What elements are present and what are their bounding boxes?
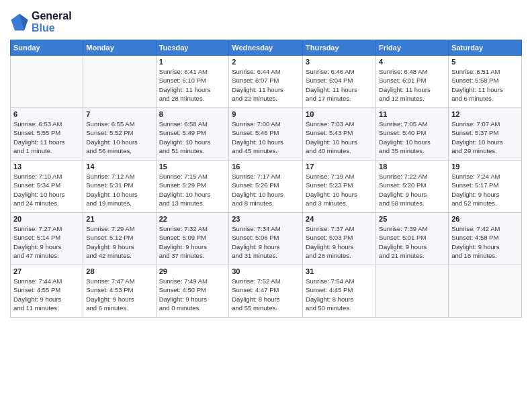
day-number: 6: [13, 110, 80, 118]
day-number: 2: [232, 58, 300, 66]
calendar-cell: 21Sunrise: 7:29 AMSunset: 5:12 PMDayligh…: [83, 213, 156, 265]
day-of-week-header: Sunday: [11, 40, 83, 56]
day-info: Sunrise: 7:32 AMSunset: 5:09 PMDaylight:…: [159, 224, 226, 260]
day-number: 31: [306, 267, 373, 275]
day-info: Sunrise: 7:34 AMSunset: 5:06 PMDaylight:…: [232, 224, 300, 260]
day-number: 29: [159, 267, 226, 275]
day-of-week-header: Thursday: [303, 40, 376, 56]
day-number: 1: [159, 58, 226, 66]
day-number: 26: [451, 215, 519, 223]
header: General Blue: [10, 7, 522, 34]
day-info: Sunrise: 7:22 AMSunset: 5:20 PMDaylight:…: [379, 172, 445, 208]
calendar-cell: 26Sunrise: 7:42 AMSunset: 4:58 PMDayligh…: [449, 213, 522, 265]
day-info: Sunrise: 7:07 AMSunset: 5:37 PMDaylight:…: [451, 120, 519, 155]
calendar-cell: 13Sunrise: 7:10 AMSunset: 5:34 PMDayligh…: [11, 161, 83, 213]
calendar-cell: 1Sunrise: 6:41 AMSunset: 6:10 PMDaylight…: [156, 56, 229, 108]
day-number: 28: [86, 267, 152, 275]
day-info: Sunrise: 6:58 AMSunset: 5:49 PMDaylight:…: [159, 120, 226, 155]
day-info: Sunrise: 7:24 AMSunset: 5:17 PMDaylight:…: [451, 172, 519, 208]
calendar-cell: 31Sunrise: 7:54 AMSunset: 4:45 PMDayligh…: [303, 265, 376, 318]
day-info: Sunrise: 7:19 AMSunset: 5:23 PMDaylight:…: [306, 172, 373, 208]
day-number: 7: [86, 110, 152, 118]
day-info: Sunrise: 7:49 AMSunset: 4:50 PMDaylight:…: [159, 277, 226, 312]
calendar-cell: 7Sunrise: 6:55 AMSunset: 5:52 PMDaylight…: [83, 108, 156, 161]
calendar-cell: 9Sunrise: 7:00 AMSunset: 5:46 PMDaylight…: [229, 108, 303, 161]
day-number: 20: [13, 215, 80, 223]
day-of-week-header: Wednesday: [229, 40, 303, 56]
calendar-cell: 18Sunrise: 7:22 AMSunset: 5:20 PMDayligh…: [376, 161, 449, 213]
calendar-cell: [376, 265, 449, 318]
calendar-cell: 17Sunrise: 7:19 AMSunset: 5:23 PMDayligh…: [303, 161, 376, 213]
calendar-cell: 15Sunrise: 7:15 AMSunset: 5:29 PMDayligh…: [156, 161, 229, 213]
day-number: 19: [451, 163, 519, 171]
calendar-cell: 6Sunrise: 6:53 AMSunset: 5:55 PMDaylight…: [11, 108, 83, 161]
calendar-cell: 30Sunrise: 7:52 AMSunset: 4:47 PMDayligh…: [229, 265, 303, 318]
calendar-table: SundayMondayTuesdayWednesdayThursdayFrid…: [10, 40, 522, 318]
day-number: 25: [379, 215, 445, 223]
logo: General Blue: [10, 10, 72, 34]
day-info: Sunrise: 7:15 AMSunset: 5:29 PMDaylight:…: [159, 172, 226, 208]
day-info: Sunrise: 6:55 AMSunset: 5:52 PMDaylight:…: [86, 120, 152, 155]
day-info: Sunrise: 7:37 AMSunset: 5:03 PMDaylight:…: [306, 224, 373, 260]
calendar-cell: 27Sunrise: 7:44 AMSunset: 4:55 PMDayligh…: [11, 265, 83, 318]
day-number: 27: [13, 267, 80, 275]
calendar-cell: 19Sunrise: 7:24 AMSunset: 5:17 PMDayligh…: [449, 161, 522, 213]
calendar-cell: 12Sunrise: 7:07 AMSunset: 5:37 PMDayligh…: [449, 108, 522, 161]
calendar-cell: [449, 265, 522, 318]
calendar-cell: 16Sunrise: 7:17 AMSunset: 5:26 PMDayligh…: [229, 161, 303, 213]
day-info: Sunrise: 7:27 AMSunset: 5:14 PMDaylight:…: [13, 224, 80, 260]
day-info: Sunrise: 7:10 AMSunset: 5:34 PMDaylight:…: [13, 172, 80, 208]
calendar-cell: 11Sunrise: 7:05 AMSunset: 5:40 PMDayligh…: [376, 108, 449, 161]
day-number: 3: [306, 58, 373, 66]
page-container: General Blue SundayMondayTuesdayWednesda…: [0, 0, 532, 324]
calendar-week-row: 6Sunrise: 6:53 AMSunset: 5:55 PMDaylight…: [11, 108, 522, 161]
day-info: Sunrise: 7:12 AMSunset: 5:31 PMDaylight:…: [86, 172, 152, 208]
day-number: 14: [86, 163, 152, 171]
day-number: 24: [306, 215, 373, 223]
day-of-week-header: Tuesday: [156, 40, 229, 56]
day-number: 9: [232, 110, 300, 118]
day-number: 11: [379, 110, 445, 118]
day-info: Sunrise: 6:48 AMSunset: 6:01 PMDaylight:…: [379, 67, 445, 103]
day-number: 16: [232, 163, 300, 171]
calendar-cell: 28Sunrise: 7:47 AMSunset: 4:53 PMDayligh…: [83, 265, 156, 318]
day-info: Sunrise: 7:29 AMSunset: 5:12 PMDaylight:…: [86, 224, 152, 260]
day-info: Sunrise: 7:52 AMSunset: 4:47 PMDaylight:…: [232, 277, 300, 312]
day-of-week-header: Saturday: [449, 40, 522, 56]
calendar-cell: 29Sunrise: 7:49 AMSunset: 4:50 PMDayligh…: [156, 265, 229, 318]
day-info: Sunrise: 7:17 AMSunset: 5:26 PMDaylight:…: [232, 172, 300, 208]
day-number: 23: [232, 215, 300, 223]
day-number: 4: [379, 58, 445, 66]
day-number: 8: [159, 110, 226, 118]
calendar-cell: 25Sunrise: 7:39 AMSunset: 5:01 PMDayligh…: [376, 213, 449, 265]
day-number: 21: [86, 215, 152, 223]
day-info: Sunrise: 6:41 AMSunset: 6:10 PMDaylight:…: [159, 67, 226, 103]
day-number: 10: [306, 110, 373, 118]
day-info: Sunrise: 7:44 AMSunset: 4:55 PMDaylight:…: [13, 277, 80, 312]
calendar-week-row: 13Sunrise: 7:10 AMSunset: 5:34 PMDayligh…: [11, 161, 522, 213]
day-number: 13: [13, 163, 80, 171]
calendar-cell: 4Sunrise: 6:48 AMSunset: 6:01 PMDaylight…: [376, 56, 449, 108]
day-of-week-header: Friday: [376, 40, 449, 56]
day-info: Sunrise: 7:05 AMSunset: 5:40 PMDaylight:…: [379, 120, 445, 155]
day-info: Sunrise: 7:54 AMSunset: 4:45 PMDaylight:…: [306, 277, 373, 312]
calendar-cell: 20Sunrise: 7:27 AMSunset: 5:14 PMDayligh…: [11, 213, 83, 265]
calendar-cell: [83, 56, 156, 108]
day-info: Sunrise: 7:39 AMSunset: 5:01 PMDaylight:…: [379, 224, 445, 260]
day-number: 5: [451, 58, 519, 66]
calendar-cell: 3Sunrise: 6:46 AMSunset: 6:04 PMDaylight…: [303, 56, 376, 108]
calendar-header-row: SundayMondayTuesdayWednesdayThursdayFrid…: [11, 40, 522, 56]
day-info: Sunrise: 6:51 AMSunset: 5:58 PMDaylight:…: [451, 67, 519, 103]
calendar-cell: 23Sunrise: 7:34 AMSunset: 5:06 PMDayligh…: [229, 213, 303, 265]
day-number: 15: [159, 163, 226, 171]
logo-text: General Blue: [32, 10, 72, 34]
day-number: 17: [306, 163, 373, 171]
calendar-cell: 24Sunrise: 7:37 AMSunset: 5:03 PMDayligh…: [303, 213, 376, 265]
day-info: Sunrise: 7:42 AMSunset: 4:58 PMDaylight:…: [451, 224, 519, 260]
calendar-cell: 8Sunrise: 6:58 AMSunset: 5:49 PMDaylight…: [156, 108, 229, 161]
calendar-week-row: 27Sunrise: 7:44 AMSunset: 4:55 PMDayligh…: [11, 265, 522, 318]
day-info: Sunrise: 7:47 AMSunset: 4:53 PMDaylight:…: [86, 277, 152, 312]
calendar-cell: [11, 56, 83, 108]
day-number: 30: [232, 267, 300, 275]
day-number: 18: [379, 163, 445, 171]
